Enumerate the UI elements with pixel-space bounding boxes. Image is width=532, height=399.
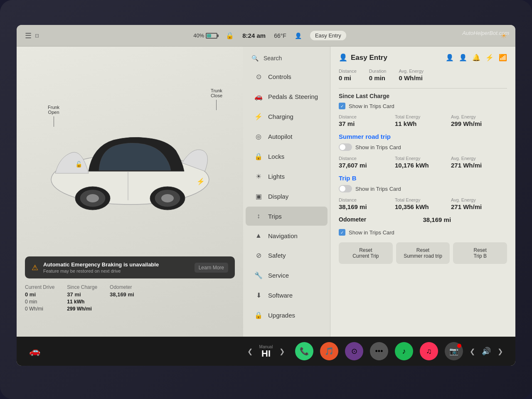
- profile-icon-2[interactable]: 👤: [459, 54, 467, 62]
- easy-entry-label: Easy Entry: [315, 32, 341, 39]
- easy-entry-badge[interactable]: Easy Entry: [310, 31, 346, 40]
- menu-item-upgrades[interactable]: 🔒 Upgrades: [246, 305, 328, 325]
- profile-icon-1[interactable]: 👤: [446, 54, 454, 62]
- time-display: 8:24 am: [242, 32, 266, 39]
- left-panel: FrunkOpen TrunkClose: [17, 47, 243, 337]
- main-content: FrunkOpen TrunkClose: [17, 47, 515, 337]
- tb-energy-value: 10,356 kWh: [395, 203, 451, 210]
- odo-value: 38,169 mi: [423, 216, 507, 223]
- tb-energy-label: Total Energy: [395, 197, 451, 202]
- menu-item-safety[interactable]: ⊘ Safety: [246, 246, 328, 265]
- camera-icon[interactable]: 📷: [445, 342, 463, 360]
- menu-item-trips[interactable]: ↕ Trips: [246, 207, 328, 226]
- menu-icon[interactable]: ☰: [25, 31, 32, 40]
- alert-icon: ⚠: [32, 263, 38, 272]
- signal-icon[interactable]: 📶: [499, 54, 507, 62]
- bell-icon[interactable]: 🔔: [472, 54, 480, 62]
- menu-item-service[interactable]: 🔧 Service: [246, 266, 328, 285]
- srt-energy-col: Total Energy 10,176 kWh: [395, 156, 451, 169]
- alert-banner: ⚠ Automatic Emergency Braking is unavail…: [25, 256, 235, 278]
- charging-label: Charging: [268, 113, 293, 120]
- battery-percent: 40%: [193, 32, 204, 39]
- taskbar: 🚗 ❮ Manual HI ❯ 📞 🎵 ⊙ ••• ♪ ♫ 📷: [17, 337, 515, 366]
- reset-current-trip-button[interactable]: ResetCurrent Trip: [339, 242, 393, 264]
- current-drive-wh: 0 Wh/mi: [25, 306, 54, 312]
- nav-prev-icon[interactable]: ❮: [247, 347, 253, 355]
- menu-item-display[interactable]: ▣ Display: [246, 187, 328, 206]
- lights-label: Lights: [268, 173, 285, 180]
- music-icon[interactable]: ♫: [420, 342, 438, 360]
- slc-distance-label: Distance: [339, 114, 395, 119]
- menu-item-autopilot[interactable]: ◎ Autopilot: [246, 127, 328, 146]
- summer-road-trip-toggle[interactable]: [339, 143, 352, 151]
- summer-road-trip-title: Summer road trip: [339, 133, 507, 140]
- service-label: Service: [268, 272, 289, 279]
- since-last-charge-title: Since Last Charge: [339, 93, 507, 99]
- alert-text: Automatic Emergency Braking is unavailab…: [43, 261, 190, 273]
- learn-more-button[interactable]: Learn More: [195, 263, 228, 273]
- menu-item-software[interactable]: ⬇ Software: [246, 286, 328, 305]
- camera-main-icon[interactable]: ⊙: [345, 342, 363, 360]
- waveform-icon[interactable]: 🎵: [320, 342, 338, 360]
- since-last-charge-checkbox[interactable]: [339, 103, 345, 109]
- nav-next-icon[interactable]: ❯: [279, 347, 285, 355]
- upgrades-label: Upgrades: [268, 312, 295, 319]
- menu-item-locks[interactable]: 🔒 Locks: [246, 147, 328, 166]
- svg-point-4: [86, 194, 99, 202]
- reset-trip-b-button[interactable]: ResetTrip B: [453, 242, 507, 264]
- navigation-label: Navigation: [268, 232, 298, 239]
- trip-energy-label: Avg. Energy: [399, 69, 424, 74]
- car-home-icon[interactable]: 🚗: [29, 346, 40, 357]
- reset-summer-road-trip-button[interactable]: ResetSummer road trip: [396, 242, 450, 264]
- camera-badge: [457, 344, 461, 348]
- spotify-icon[interactable]: ♪: [395, 342, 413, 360]
- summer-road-trip-data: Distance 37,607 mi Total Energy 10,176 k…: [339, 156, 507, 169]
- phone-icon[interactable]: 📞: [295, 342, 313, 360]
- trip-b-data: Distance 38,169 mi Total Energy 10,356 k…: [339, 197, 507, 210]
- display-icon: ▣: [254, 192, 263, 200]
- taskbar-center: ❮ Manual HI ❯: [247, 345, 285, 358]
- srt-distance-value: 37,607 mi: [339, 162, 395, 169]
- search-item[interactable]: 🔍 Search: [243, 50, 330, 66]
- dots-icon[interactable]: •••: [370, 342, 388, 360]
- lights-icon: ☀: [254, 172, 263, 180]
- menu-item-navigation[interactable]: ▲ Navigation: [246, 226, 328, 245]
- tb-avg-value: 271 Wh/mi: [451, 203, 507, 210]
- prev-track-icon[interactable]: ❮: [470, 347, 475, 355]
- trip-b-toggle[interactable]: [339, 185, 352, 192]
- next-track-icon[interactable]: ❯: [498, 347, 503, 355]
- slc-energy-col: Total Energy 11 kWh: [395, 114, 451, 127]
- menu-item-controls[interactable]: ⊙ Controls: [246, 67, 328, 86]
- summer-road-trip-checkbox-row: Show in Trips Card: [339, 143, 507, 151]
- svg-text:⚡: ⚡: [197, 177, 205, 185]
- trip-distance-label: Distance: [339, 69, 357, 74]
- bluetooth-icon[interactable]: ⚡: [485, 54, 494, 62]
- volume-icon[interactable]: 🔊: [482, 347, 491, 356]
- frunk-open-label: FrunkOpen: [48, 105, 59, 128]
- profile-icons: 👤 👤 🔔 ⚡ 📶: [446, 54, 507, 62]
- odometer-stat: Odometer 38,169 mi: [110, 284, 134, 312]
- trip-energy-value: 0 Wh/mi: [399, 74, 424, 81]
- screen-icon: ⊡: [35, 33, 39, 39]
- trips-icon: ↕: [254, 212, 263, 220]
- srt-avg-col: Avg. Energy 271 Wh/mi: [451, 156, 507, 169]
- locks-icon: 🔒: [254, 153, 263, 160]
- safety-label: Safety: [268, 252, 286, 259]
- upgrades-icon: 🔒: [254, 311, 263, 319]
- bezel: AutoHelperBot.com ☰ ⊡ 40% 🔒 8:24 am 66°F…: [0, 0, 532, 399]
- charging-icon: ⚡: [254, 113, 263, 121]
- lock-icon: 🔒: [226, 32, 234, 39]
- menu-item-lights[interactable]: ☀ Lights: [246, 167, 328, 186]
- odometer-value: 38,169 mi: [110, 291, 134, 298]
- tb-avg-col: Avg. Energy 271 Wh/mi: [451, 197, 507, 210]
- car-container: FrunkOpen TrunkClose: [25, 55, 235, 271]
- odo-checkbox[interactable]: [339, 229, 345, 236]
- tb-energy-col: Total Energy 10,356 kWh: [395, 197, 451, 210]
- right-panel: 👤 Easy Entry 👤 👤 🔔 ⚡ 📶 Distance: [330, 47, 515, 337]
- since-charge-kwh: 11 kWh: [67, 299, 97, 305]
- since-charge-label: Since Charge: [67, 284, 97, 290]
- menu-item-charging[interactable]: ⚡ Charging: [246, 107, 328, 126]
- srt-energy-label: Total Energy: [395, 156, 451, 161]
- menu-item-pedals[interactable]: 🚗 Pedals & Steering: [246, 87, 328, 106]
- odometer-label: Odometer: [110, 284, 134, 290]
